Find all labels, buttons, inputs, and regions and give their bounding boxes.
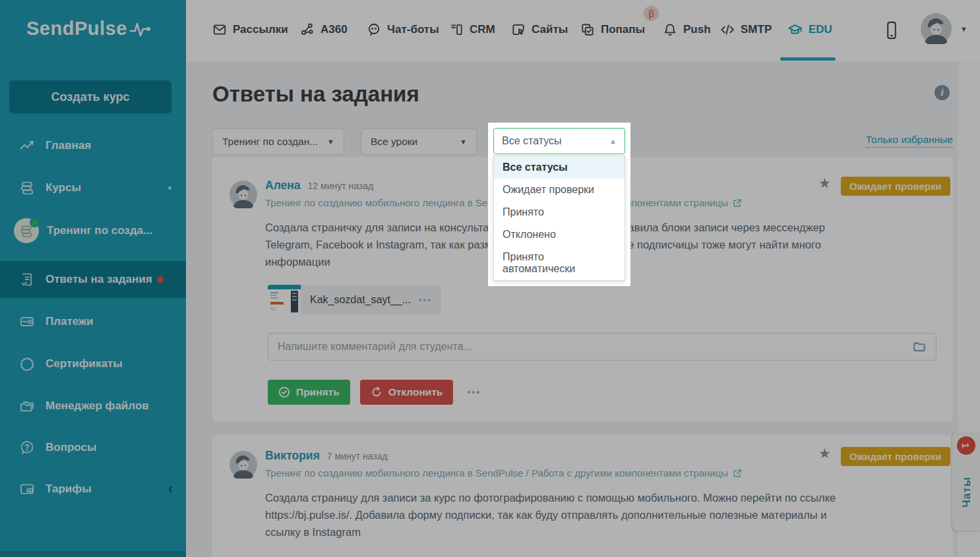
- status-option-auto-accepted[interactable]: Принято автоматически: [494, 246, 625, 280]
- status-options-menu: Все статусы Ожидает проверки Принято Отк…: [493, 156, 625, 281]
- status-option-pending[interactable]: Ожидает проверки: [494, 179, 625, 201]
- status-filter-dropdown: Все статусы ▲ Все статусы Ожидает провер…: [488, 123, 630, 286]
- status-option-accepted[interactable]: Принято: [494, 201, 625, 223]
- status-option-all[interactable]: Все статусы: [494, 156, 625, 179]
- status-option-rejected[interactable]: Отклонено: [494, 223, 625, 246]
- status-filter-value: Все статусы: [502, 135, 562, 147]
- status-filter-select[interactable]: Все статусы ▲: [493, 128, 625, 154]
- chevron-up-icon: ▲: [609, 137, 617, 145]
